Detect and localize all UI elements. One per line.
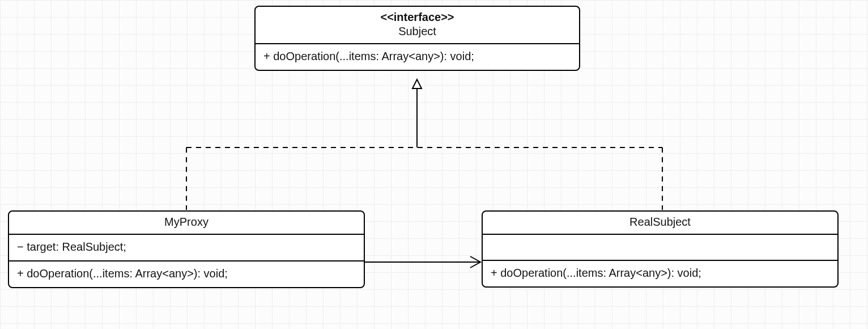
stereotype-label: <<interface>> (262, 10, 572, 24)
uml-title-myproxy: MyProxy (9, 212, 364, 235)
attribute-row: − target: RealSubject; (9, 235, 364, 261)
operation-row: + doOperation(...items: Array<any>): voi… (256, 44, 579, 70)
class-name-label: MyProxy (16, 215, 357, 229)
uml-title-realsubject: RealSubject (483, 212, 837, 235)
operation-row: + doOperation(...items: Array<any>): voi… (9, 261, 364, 287)
class-name-label: Subject (262, 24, 572, 39)
attribute-row-empty (483, 235, 837, 261)
uml-class-subject: <<interface>> Subject + doOperation(...i… (254, 6, 580, 71)
uml-class-realsubject: RealSubject + doOperation(...items: Arra… (482, 210, 839, 288)
class-name-label: RealSubject (490, 215, 831, 229)
uml-class-myproxy: MyProxy − target: RealSubject; + doOpera… (8, 210, 365, 288)
uml-title-subject: <<interface>> Subject (256, 7, 579, 44)
operation-row: + doOperation(...items: Array<any>): voi… (483, 261, 837, 286)
